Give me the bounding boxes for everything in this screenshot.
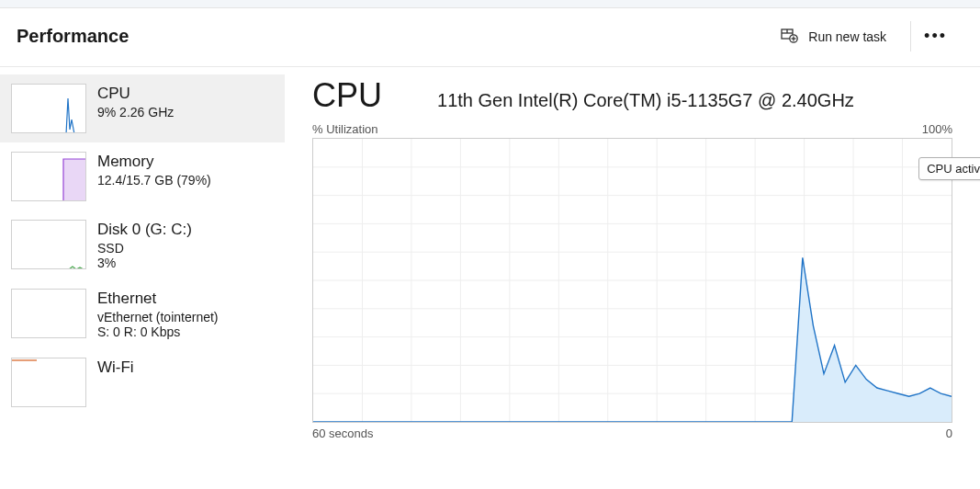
sidebar: CPU 9% 2.26 GHz Memory 12.4/15.7 GB (79%… bbox=[0, 67, 285, 489]
sidebar-item-title: Memory bbox=[97, 153, 211, 171]
main-header: CPU 11th Gen Intel(R) Core(TM) i5-1135G7… bbox=[312, 76, 952, 115]
sidebar-item-disk[interactable]: Disk 0 (G: C:) SSD 3% bbox=[0, 210, 285, 279]
chart-xlabel-left: 60 seconds bbox=[312, 426, 374, 440]
window-top-strip bbox=[0, 0, 980, 8]
content-body: CPU 9% 2.26 GHz Memory 12.4/15.7 GB (79%… bbox=[0, 67, 980, 489]
sidebar-thumb-cpu bbox=[11, 84, 86, 133]
run-new-task-icon bbox=[781, 27, 799, 46]
main-title: CPU bbox=[312, 76, 382, 115]
sidebar-thumb-disk bbox=[11, 220, 86, 269]
chart-bottom-labels: 60 seconds 0 bbox=[312, 426, 952, 440]
svg-rect-6 bbox=[63, 159, 86, 201]
sidebar-thumb-ethernet bbox=[11, 289, 86, 338]
sidebar-item-memory[interactable]: Memory 12.4/15.7 GB (79%) bbox=[0, 142, 285, 210]
sidebar-text: Ethernet vEthernet (tointernet) S: 0 R: … bbox=[97, 289, 219, 339]
page-title: Performance bbox=[17, 26, 129, 47]
sidebar-item-sub: SSD bbox=[97, 241, 192, 256]
sidebar-thumb-wifi bbox=[11, 358, 86, 407]
sidebar-item-sub: vEthernet (tointernet) bbox=[97, 310, 219, 324]
sidebar-item-ethernet[interactable]: Ethernet vEthernet (tointernet) S: 0 R: … bbox=[0, 279, 285, 348]
sidebar-item-title: Wi-Fi bbox=[97, 358, 134, 377]
sidebar-item-wifi[interactable]: Wi-Fi bbox=[0, 348, 285, 416]
sidebar-item-title: CPU bbox=[97, 85, 174, 103]
cpu-model-name: 11th Gen Intel(R) Core(TM) i5-1135G7 @ 2… bbox=[437, 90, 854, 111]
chart-xlabel-right: 0 bbox=[946, 426, 952, 440]
sidebar-item-title: Ethernet bbox=[97, 290, 219, 308]
sidebar-item-cpu[interactable]: CPU 9% 2.26 GHz bbox=[0, 74, 285, 142]
cpu-utilization-chart[interactable] bbox=[312, 138, 952, 423]
sidebar-text: CPU 9% 2.26 GHz bbox=[97, 84, 174, 133]
chart-ymax: 100% bbox=[922, 122, 952, 136]
sidebar-item-sub: 12.4/15.7 GB (79%) bbox=[97, 173, 211, 188]
sidebar-text: Wi-Fi bbox=[97, 358, 134, 407]
overflow-menu-button[interactable]: ••• bbox=[910, 21, 960, 51]
main-panel: CPU 11th Gen Intel(R) Core(TM) i5-1135G7… bbox=[285, 67, 980, 489]
sidebar-text: Memory 12.4/15.7 GB (79%) bbox=[97, 152, 211, 201]
chart-ylabel: % Utilization bbox=[312, 122, 378, 136]
run-new-task-label: Run new task bbox=[808, 29, 886, 44]
sidebar-thumb-memory bbox=[11, 152, 86, 201]
sidebar-text: Disk 0 (G: C:) SSD 3% bbox=[97, 220, 192, 270]
run-new-task-button[interactable]: Run new task bbox=[772, 21, 896, 51]
sidebar-item-title: Disk 0 (G: C:) bbox=[97, 221, 192, 239]
sidebar-item-sub2: S: 0 R: 0 Kbps bbox=[97, 324, 219, 339]
sidebar-item-sub2: 3% bbox=[97, 256, 192, 270]
svg-marker-29 bbox=[313, 257, 952, 422]
sidebar-item-sub: 9% 2.26 GHz bbox=[97, 105, 174, 119]
header-actions: Run new task ••• bbox=[772, 21, 960, 51]
page-header: Performance Run new task ••• bbox=[0, 8, 980, 67]
chart-top-labels: % Utilization 100% bbox=[312, 122, 952, 136]
chart-tooltip: CPU activity bbox=[918, 157, 980, 180]
